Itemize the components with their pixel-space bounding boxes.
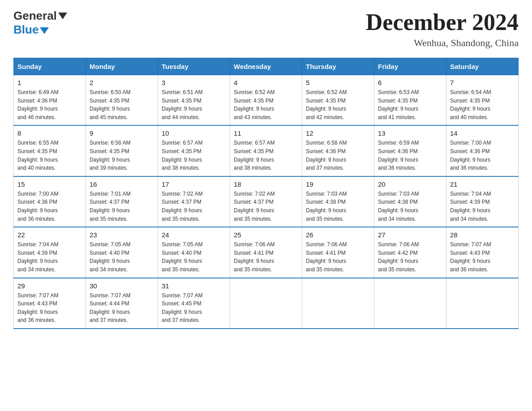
calendar-cell: 23 Sunrise: 7:05 AM Sunset: 4:40 PM Dayl… [86,227,158,278]
day-info: Sunrise: 6:53 AM Sunset: 4:35 PM Dayligh… [378,88,442,121]
day-number: 23 [90,231,154,239]
day-info: Sunrise: 7:03 AM Sunset: 4:38 PM Dayligh… [306,190,370,223]
calendar-cell: 28 Sunrise: 7:07 AM Sunset: 4:43 PM Dayl… [446,227,519,278]
col-monday: Monday [86,58,158,75]
day-number: 16 [90,180,154,188]
day-number: 22 [17,231,82,239]
logo-blue-text: Blue [13,23,39,37]
page-header: General Blue December 2024 Wenhua, Shand… [13,9,519,49]
day-info: Sunrise: 7:04 AM Sunset: 4:39 PM Dayligh… [450,190,515,223]
day-number: 5 [306,79,370,86]
calendar-cell: 20 Sunrise: 7:03 AM Sunset: 4:38 PM Dayl… [374,176,446,227]
day-number: 15 [17,180,82,188]
calendar-week-row: 15 Sunrise: 7:00 AM Sunset: 4:36 PM Dayl… [14,176,519,227]
day-number: 30 [90,282,154,290]
day-info: Sunrise: 7:07 AM Sunset: 4:44 PM Dayligh… [90,291,154,325]
day-info: Sunrise: 6:59 AM Sunset: 4:36 PM Dayligh… [378,139,442,172]
day-info: Sunrise: 7:00 AM Sunset: 4:36 PM Dayligh… [450,139,515,172]
day-number: 13 [378,129,442,137]
calendar-cell: 25 Sunrise: 7:06 AM Sunset: 4:41 PM Dayl… [230,227,302,278]
day-info: Sunrise: 7:07 AM Sunset: 4:43 PM Dayligh… [17,291,82,325]
col-tuesday: Tuesday [158,58,230,75]
day-number: 3 [162,79,226,86]
day-info: Sunrise: 6:49 AM Sunset: 4:36 PM Dayligh… [17,88,82,121]
day-info: Sunrise: 6:55 AM Sunset: 4:35 PM Dayligh… [17,139,82,172]
day-number: 9 [90,129,154,137]
day-number: 7 [450,79,515,86]
day-info: Sunrise: 6:57 AM Sunset: 4:35 PM Dayligh… [162,139,226,172]
day-info: Sunrise: 6:56 AM Sunset: 4:35 PM Dayligh… [90,139,154,172]
day-number: 10 [162,129,226,137]
day-number: 28 [450,231,515,239]
calendar-cell: 16 Sunrise: 7:01 AM Sunset: 4:37 PM Dayl… [86,176,158,227]
calendar-cell: 9 Sunrise: 6:56 AM Sunset: 4:35 PM Dayli… [86,125,158,176]
calendar-cell: 27 Sunrise: 7:06 AM Sunset: 4:42 PM Dayl… [374,227,446,278]
day-number: 12 [306,129,370,137]
calendar-table: Sunday Monday Tuesday Wednesday Thursday… [13,58,519,329]
calendar-cell: 21 Sunrise: 7:04 AM Sunset: 4:39 PM Dayl… [446,176,519,227]
calendar-cell: 22 Sunrise: 7:04 AM Sunset: 4:39 PM Dayl… [14,227,86,278]
calendar-cell: 26 Sunrise: 7:06 AM Sunset: 4:41 PM Dayl… [302,227,374,278]
calendar-cell: 3 Sunrise: 6:51 AM Sunset: 4:35 PM Dayli… [158,75,230,126]
logo-bottom: Blue [13,23,67,37]
col-sunday: Sunday [14,58,86,75]
calendar-cell: 10 Sunrise: 6:57 AM Sunset: 4:35 PM Dayl… [158,125,230,176]
day-number: 31 [162,282,226,290]
day-number: 8 [17,129,82,137]
calendar-cell [230,278,302,329]
day-info: Sunrise: 6:58 AM Sunset: 4:36 PM Dayligh… [306,139,370,172]
calendar-cell: 14 Sunrise: 7:00 AM Sunset: 4:36 PM Dayl… [446,125,519,176]
calendar-cell [446,278,519,329]
calendar-week-row: 1 Sunrise: 6:49 AM Sunset: 4:36 PM Dayli… [14,75,519,126]
day-number: 25 [234,231,298,239]
header-row: Sunday Monday Tuesday Wednesday Thursday… [14,58,519,75]
calendar-cell: 7 Sunrise: 6:54 AM Sunset: 4:35 PM Dayli… [446,75,519,126]
calendar-cell: 5 Sunrise: 6:52 AM Sunset: 4:35 PM Dayli… [302,75,374,126]
logo: General Blue [13,9,67,37]
col-saturday: Saturday [446,58,519,75]
day-info: Sunrise: 7:06 AM Sunset: 4:42 PM Dayligh… [378,240,442,274]
title-section: December 2024 Wenhua, Shandong, China [366,9,519,49]
day-info: Sunrise: 7:06 AM Sunset: 4:41 PM Dayligh… [234,240,298,274]
location-subtitle: Wenhua, Shandong, China [366,37,519,49]
day-info: Sunrise: 7:07 AM Sunset: 4:43 PM Dayligh… [450,240,515,274]
day-info: Sunrise: 6:50 AM Sunset: 4:35 PM Dayligh… [90,88,154,121]
calendar-cell [374,278,446,329]
day-info: Sunrise: 7:02 AM Sunset: 4:37 PM Dayligh… [234,190,298,223]
calendar-cell: 19 Sunrise: 7:03 AM Sunset: 4:38 PM Dayl… [302,176,374,227]
day-info: Sunrise: 7:01 AM Sunset: 4:37 PM Dayligh… [90,190,154,223]
month-title: December 2024 [366,9,519,35]
calendar-cell [302,278,374,329]
day-number: 24 [162,231,226,239]
col-wednesday: Wednesday [230,58,302,75]
calendar-cell: 12 Sunrise: 6:58 AM Sunset: 4:36 PM Dayl… [302,125,374,176]
calendar-body: 1 Sunrise: 6:49 AM Sunset: 4:36 PM Dayli… [14,75,519,329]
day-number: 27 [378,231,442,239]
day-info: Sunrise: 7:03 AM Sunset: 4:38 PM Dayligh… [378,190,442,223]
day-info: Sunrise: 6:51 AM Sunset: 4:35 PM Dayligh… [162,88,226,121]
day-number: 2 [90,79,154,86]
calendar-week-row: 8 Sunrise: 6:55 AM Sunset: 4:35 PM Dayli… [14,125,519,176]
day-info: Sunrise: 7:02 AM Sunset: 4:37 PM Dayligh… [162,190,226,223]
day-info: Sunrise: 7:04 AM Sunset: 4:39 PM Dayligh… [17,240,82,274]
calendar-cell: 11 Sunrise: 6:57 AM Sunset: 4:35 PM Dayl… [230,125,302,176]
day-info: Sunrise: 6:52 AM Sunset: 4:35 PM Dayligh… [234,88,298,121]
day-number: 18 [234,180,298,188]
day-number: 4 [234,79,298,86]
calendar-cell: 4 Sunrise: 6:52 AM Sunset: 4:35 PM Dayli… [230,75,302,126]
calendar-cell: 31 Sunrise: 7:07 AM Sunset: 4:45 PM Dayl… [158,278,230,329]
calendar-header: Sunday Monday Tuesday Wednesday Thursday… [14,58,519,75]
day-number: 14 [450,129,515,137]
calendar-cell: 17 Sunrise: 7:02 AM Sunset: 4:37 PM Dayl… [158,176,230,227]
calendar-cell: 15 Sunrise: 7:00 AM Sunset: 4:36 PM Dayl… [14,176,86,227]
day-info: Sunrise: 6:52 AM Sunset: 4:35 PM Dayligh… [306,88,370,121]
calendar-week-row: 29 Sunrise: 7:07 AM Sunset: 4:43 PM Dayl… [14,278,519,329]
calendar-cell: 13 Sunrise: 6:59 AM Sunset: 4:36 PM Dayl… [374,125,446,176]
col-friday: Friday [374,58,446,75]
col-thursday: Thursday [302,58,374,75]
day-info: Sunrise: 6:54 AM Sunset: 4:35 PM Dayligh… [450,88,515,121]
day-info: Sunrise: 6:57 AM Sunset: 4:35 PM Dayligh… [234,139,298,172]
calendar-cell: 18 Sunrise: 7:02 AM Sunset: 4:37 PM Dayl… [230,176,302,227]
calendar-cell: 8 Sunrise: 6:55 AM Sunset: 4:35 PM Dayli… [14,125,86,176]
calendar-cell: 24 Sunrise: 7:05 AM Sunset: 4:40 PM Dayl… [158,227,230,278]
